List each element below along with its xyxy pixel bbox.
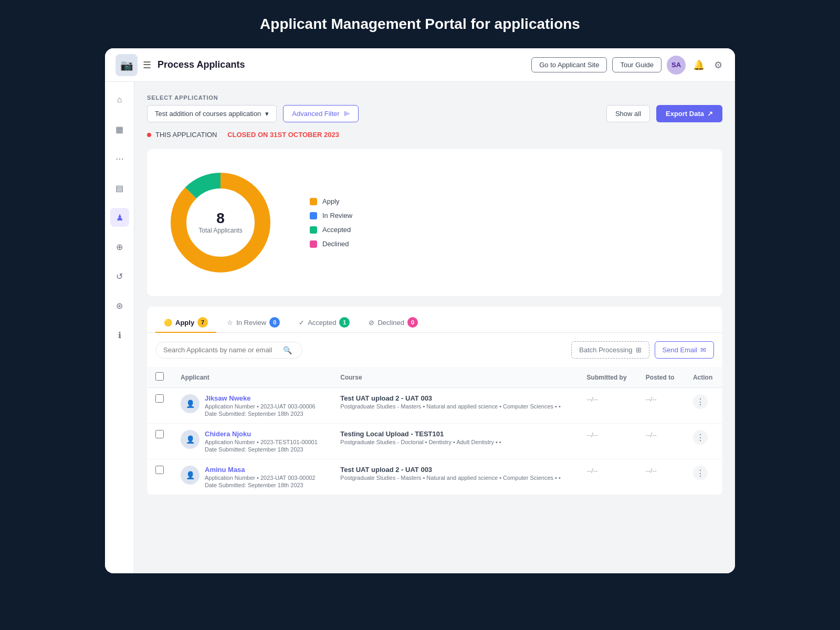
sidebar-icon-calendar[interactable]: ▤ [110, 178, 129, 197]
applicant-date: Date Submitted: September 18th 2023 [205, 411, 316, 417]
batch-icon: ⊞ [636, 346, 642, 354]
sidebar-icon-people[interactable]: ⊕ [110, 237, 129, 256]
row-checkbox[interactable] [155, 430, 164, 438]
in-review-badge: 0 [269, 317, 280, 328]
accepted-tab-icon: ✓ [299, 319, 304, 327]
tour-guide-button[interactable]: Tour Guide [612, 57, 662, 72]
sidebar-icon-tree[interactable]: ⋯ [110, 149, 129, 168]
declined-tab-icon: ⊘ [369, 319, 374, 327]
table-row: 👤 Jiksaw Nweke Application Number • 2023… [147, 388, 722, 424]
sidebar-icon-home[interactable]: ⌂ [110, 90, 129, 109]
apply-tab-icon: 🟡 [164, 319, 172, 327]
applicant-app-number: Application Number • 2023-UAT 003-00006 [205, 403, 316, 410]
chart-legend: Apply In Review Accepted Declined [310, 197, 352, 248]
posted-to-value: --/-- [646, 395, 657, 403]
filter-icon: ⊫ [344, 110, 350, 118]
legend-declined: Declined [310, 240, 352, 248]
tab-apply[interactable]: 🟡 Apply 7 [155, 313, 216, 333]
row-action-button[interactable]: ⋮ [693, 466, 708, 480]
export-data-button[interactable]: Export Data ↗ [656, 105, 722, 122]
export-icon: ↗ [707, 110, 713, 118]
submitted-by-col-header: Submitted by [579, 367, 637, 388]
avatar: 👤 [181, 466, 200, 485]
apply-badge: 7 [197, 317, 208, 328]
course-title: Test UAT upload 2 - UAT 003 [340, 466, 570, 474]
table-row: 👤 Aminu Masa Application Number • 2023-U… [147, 459, 722, 495]
sidebar-icon-group[interactable]: ⊛ [110, 296, 129, 315]
header-actions: Go to Applicant Site Tour Guide SA 🔔 ⚙ [531, 56, 724, 75]
posted-to-value: --/-- [646, 431, 657, 439]
app-window: 📷 ☰ Process Applicants Go to Applicant S… [105, 48, 735, 573]
user-avatar[interactable]: SA [667, 56, 686, 75]
submitted-by-value: --/-- [587, 467, 598, 475]
sidebar-icon-info[interactable]: ℹ [110, 326, 129, 344]
course-sub: Postgraduate Studies - Doctorial • Denti… [340, 439, 570, 445]
logo: 📷 [116, 54, 138, 76]
course-title: Testing Local Upload - TEST101 [340, 430, 570, 438]
tabs-header: 🟡 Apply 7 ☆ In Review 0 ✓ Accepted 1 [147, 307, 722, 333]
tab-declined[interactable]: ⊘ Declined 0 [360, 313, 426, 333]
course-sub: Postgraduate Studies - Masters • Natural… [340, 475, 570, 481]
donut-center: 8 Total Applicants [198, 211, 242, 234]
application-select[interactable]: Test addition of courses application ▾ [147, 105, 277, 122]
select-all-checkbox[interactable] [155, 372, 164, 381]
sidebar: ⌂ ▦ ⋯ ▤ ♟ ⊕ ↺ ⊛ ℹ [105, 82, 134, 573]
applicants-table: Applicant Course Submitted by Posted to … [147, 367, 722, 495]
posted-to-col-header: Posted to [637, 367, 685, 388]
legend-apply: Apply [310, 197, 352, 205]
batch-processing-button[interactable]: Batch Processing ⊞ [571, 341, 649, 359]
go-to-site-button[interactable]: Go to Applicant Site [531, 57, 607, 72]
settings-icon[interactable]: ⚙ [712, 57, 724, 73]
closed-banner: THIS APPLICATION CLOSED ON 31ST OCTOBER … [147, 131, 722, 139]
legend-in-review: In Review [310, 212, 352, 219]
search-icon: 🔍 [283, 346, 292, 354]
applicant-name[interactable]: Aminu Masa [205, 466, 316, 474]
main-content: SELECT APPLICATION Test addition of cour… [134, 82, 735, 573]
table-action-buttons: Batch Processing ⊞ Send Email ✉ [571, 341, 714, 359]
header: 📷 ☰ Process Applicants Go to Applicant S… [105, 48, 735, 82]
tabs-section: 🟡 Apply 7 ☆ In Review 0 ✓ Accepted 1 [147, 307, 722, 495]
sidebar-icon-grid[interactable]: ▦ [110, 120, 129, 139]
select-all-header [147, 367, 172, 388]
table-controls: 🔍 Batch Processing ⊞ Send Email ✉ [147, 333, 722, 367]
email-icon: ✉ [700, 346, 706, 354]
submitted-by-value: --/-- [587, 431, 598, 439]
applicant-date: Date Submitted: September 18th 2023 [205, 482, 316, 488]
tab-accepted[interactable]: ✓ Accepted 1 [290, 313, 358, 333]
advanced-filter-button[interactable]: Advanced Filter ⊫ [283, 105, 358, 122]
tab-in-review[interactable]: ☆ In Review 0 [218, 313, 288, 333]
in-review-tab-icon: ☆ [227, 319, 233, 327]
row-action-button[interactable]: ⋮ [693, 430, 708, 445]
search-input[interactable] [163, 346, 279, 354]
accepted-badge: 1 [339, 317, 350, 328]
donut-chart: 8 Total Applicants [163, 165, 278, 280]
row-checkbox[interactable] [155, 394, 164, 403]
action-col-header: Action [685, 367, 722, 388]
avatar: 👤 [181, 430, 200, 449]
applicant-name[interactable]: Jiksaw Nweke [205, 394, 316, 402]
declined-badge: 0 [407, 317, 418, 328]
closed-dot [147, 133, 151, 137]
menu-icon[interactable]: ☰ [143, 59, 151, 71]
course-col-header: Course [332, 367, 578, 388]
applicant-col-header: Applicant [172, 367, 332, 388]
show-all-button[interactable]: Show all [606, 105, 650, 122]
sidebar-icon-history[interactable]: ↺ [110, 267, 129, 286]
chart-section: 8 Total Applicants Apply In Review [147, 149, 722, 296]
course-title: Test UAT upload 2 - UAT 003 [340, 394, 570, 402]
sidebar-icon-person[interactable]: ♟ [110, 208, 129, 227]
course-sub: Postgraduate Studies - Masters • Natural… [340, 403, 570, 410]
search-wrap: 🔍 [155, 342, 302, 359]
legend-accepted: Accepted [310, 226, 352, 234]
send-email-button[interactable]: Send Email ✉ [655, 341, 714, 359]
applicant-app-number: Application Number • 2023-UAT 003-00002 [205, 475, 316, 481]
table-row: 👤 Chidera Njoku Application Number • 202… [147, 424, 722, 459]
notification-icon[interactable]: 🔔 [691, 57, 707, 73]
submitted-by-value: --/-- [587, 395, 598, 403]
body-layout: ⌂ ▦ ⋯ ▤ ♟ ⊕ ↺ ⊛ ℹ SELECT APPLICATION Tes… [105, 82, 735, 573]
header-title: Process Applicants [158, 59, 531, 70]
row-checkbox[interactable] [155, 466, 164, 474]
filter-row: Test addition of courses application ▾ A… [147, 105, 722, 122]
applicant-name[interactable]: Chidera Njoku [205, 430, 318, 438]
row-action-button[interactable]: ⋮ [693, 394, 708, 409]
